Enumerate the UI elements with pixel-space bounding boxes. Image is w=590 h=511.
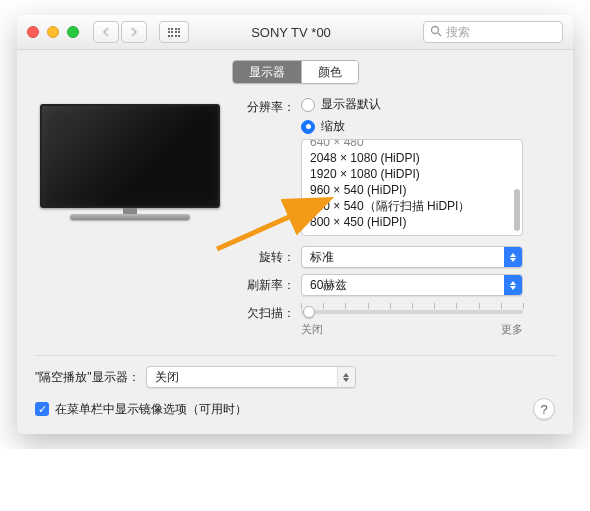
underscan-slider[interactable] xyxy=(301,302,523,322)
search-icon xyxy=(430,25,442,40)
divider xyxy=(35,355,555,356)
rotation-value: 标准 xyxy=(302,247,504,267)
airplay-select[interactable]: 关闭 xyxy=(146,366,356,388)
underscan-label: 欠扫描： xyxy=(245,302,301,322)
minimize-icon[interactable] xyxy=(47,26,59,38)
search-field[interactable] xyxy=(423,21,563,43)
window-title: SONY TV *00 xyxy=(197,25,415,40)
monitor-preview xyxy=(35,96,225,343)
list-item[interactable]: 640 × 480 xyxy=(302,139,522,149)
svg-line-1 xyxy=(438,33,441,36)
slider-label-left: 关闭 xyxy=(301,323,323,337)
refresh-value: 60赫兹 xyxy=(302,275,504,295)
nav-buttons xyxy=(93,21,147,43)
chevron-updown-icon xyxy=(504,275,522,295)
resolution-label: 分辨率： xyxy=(245,96,301,116)
airplay-value: 关闭 xyxy=(147,367,337,387)
chevron-updown-icon xyxy=(337,367,355,387)
rotation-select[interactable]: 标准 xyxy=(301,246,523,268)
forward-button[interactable] xyxy=(121,21,147,43)
content: 显示器 颜色 分辨率： 显示器默认 缩放 xyxy=(17,50,573,434)
checkbox-label: 在菜单栏中显示镜像选项（可用时） xyxy=(55,401,247,418)
refresh-label: 刷新率： xyxy=(245,274,301,294)
list-item[interactable]: 960 × 540（隔行扫描 HiDPI） xyxy=(302,197,522,213)
checkbox-checked-icon: ✓ xyxy=(35,402,49,416)
close-icon[interactable] xyxy=(27,26,39,38)
grid-button[interactable] xyxy=(159,21,189,43)
list-item[interactable]: 1920 × 1080 (HiDPI) xyxy=(302,165,522,181)
radio-default-label: 显示器默认 xyxy=(321,96,381,113)
scrollbar[interactable] xyxy=(513,141,521,234)
radio-default[interactable]: 显示器默认 xyxy=(301,96,555,113)
back-button[interactable] xyxy=(93,21,119,43)
list-item[interactable]: 800 × 450 (HiDPI) xyxy=(302,213,522,229)
tv-icon xyxy=(40,104,220,208)
list-item[interactable]: 960 × 540 (HiDPI) xyxy=(302,181,522,197)
radio-scaled[interactable]: 缩放 xyxy=(301,118,555,135)
svg-point-0 xyxy=(432,26,439,33)
refresh-select[interactable]: 60赫兹 xyxy=(301,274,523,296)
traffic-lights xyxy=(27,26,79,38)
settings-panel: 分辨率： 显示器默认 缩放 640 × 480 2048 × 1080 (HiD… xyxy=(245,96,555,343)
resolution-list[interactable]: 640 × 480 2048 × 1080 (HiDPI) 1920 × 108… xyxy=(301,139,523,236)
window: SONY TV *00 显示器 颜色 xyxy=(17,15,573,434)
rotation-label: 旋转： xyxy=(245,246,301,266)
titlebar: SONY TV *00 xyxy=(17,15,573,50)
tab-group: 显示器 颜色 xyxy=(35,60,555,84)
tab-color[interactable]: 颜色 xyxy=(302,61,358,83)
grid-icon xyxy=(168,28,181,37)
slider-label-right: 更多 xyxy=(501,323,523,337)
help-button[interactable]: ? xyxy=(533,398,555,420)
show-mirror-checkbox[interactable]: ✓ 在菜单栏中显示镜像选项（可用时） xyxy=(35,401,247,418)
tab-display[interactable]: 显示器 xyxy=(233,61,302,83)
airplay-label: "隔空播放"显示器： xyxy=(35,369,140,386)
chevron-updown-icon xyxy=(504,247,522,267)
search-input[interactable] xyxy=(446,25,573,39)
radio-scaled-label: 缩放 xyxy=(321,118,345,135)
list-item[interactable]: 2048 × 1080 (HiDPI) xyxy=(302,149,522,165)
chevron-left-icon xyxy=(102,27,110,37)
maximize-icon[interactable] xyxy=(67,26,79,38)
chevron-right-icon xyxy=(130,27,138,37)
slider-thumb[interactable] xyxy=(303,306,315,318)
